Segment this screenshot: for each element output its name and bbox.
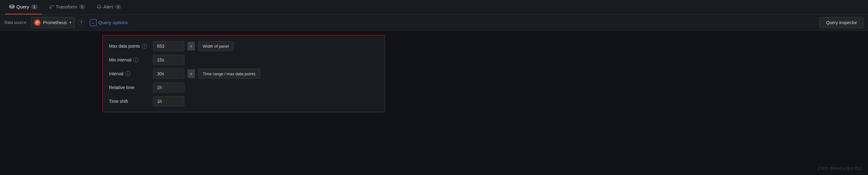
datasource-label: Data source — [4, 20, 26, 25]
tab-alert-label: Alert — [103, 4, 113, 9]
main-content: Max data pointsi653=Width of panelMin in… — [0, 31, 868, 117]
options-row-time-shift: Time shift1h — [109, 95, 378, 108]
field-label-time-shift: Time shift — [109, 99, 153, 104]
query-icon — [9, 4, 14, 9]
datasource-selector[interactable]: P Prometheus ▾ — [31, 17, 74, 28]
query-options-toggle[interactable]: ⌄ Query options — [90, 19, 128, 26]
options-row-relative-time: Relative time1h — [109, 81, 378, 94]
datasource-name: Prometheus — [43, 20, 67, 25]
bell-icon — [97, 4, 101, 9]
datasource-chevron-icon: ▾ — [69, 21, 71, 25]
options-row-interval: Intervali30s=Time range / max data point… — [109, 67, 378, 80]
toggle-chevron-icon: ⌄ — [90, 19, 97, 26]
field-value-relative-time[interactable]: 1h — [153, 82, 184, 93]
tab-query-badge: 1 — [31, 4, 38, 9]
tab-bar: Query 1 Transform 0 Alert 0 — [0, 0, 868, 14]
equals-badge-interval: = — [187, 69, 195, 78]
tab-alert-badge: 0 — [115, 4, 122, 9]
toolbar: Data source P Prometheus ▾ ? ⌄ Query opt… — [0, 14, 868, 31]
tab-query[interactable]: Query 1 — [5, 0, 42, 14]
field-label-min-interval: Min intervali — [109, 58, 153, 62]
tab-transform[interactable]: Transform 0 — [44, 0, 90, 14]
options-row-min-interval: Min intervali15s — [109, 54, 378, 66]
info-icon-max-data-points[interactable]: i — [142, 44, 147, 48]
query-options-label: Query options — [99, 20, 128, 25]
query-inspector-button[interactable]: Query inspector — [819, 17, 864, 28]
watermark: CSDN @lulu的云原生笔记 — [818, 166, 862, 171]
field-value-interval[interactable]: 30s — [153, 69, 184, 79]
tab-transform-label: Transform — [56, 4, 77, 9]
query-options-panel: Max data pointsi653=Width of panelMin in… — [102, 35, 385, 112]
calc-label-interval: Time range / max data points — [198, 69, 260, 79]
tab-transform-badge: 0 — [79, 4, 85, 9]
field-value-time-shift[interactable]: 1h — [153, 96, 184, 106]
field-label-interval: Intervali — [109, 71, 153, 76]
info-icon-interval[interactable]: i — [125, 71, 130, 76]
field-label-max-data-points: Max data pointsi — [109, 44, 153, 48]
equals-badge-max-data-points: = — [187, 42, 195, 50]
prometheus-icon: P — [34, 20, 40, 26]
tab-alert[interactable]: Alert 0 — [92, 0, 126, 14]
help-icon[interactable]: ? — [78, 19, 85, 26]
svg-point-0 — [10, 5, 14, 6]
field-value-min-interval[interactable]: 15s — [153, 55, 184, 65]
field-value-max-data-points[interactable]: 653 — [153, 41, 184, 51]
calc-label-max-data-points: Width of panel — [198, 41, 234, 51]
field-label-relative-time: Relative time — [109, 85, 153, 90]
info-icon-min-interval[interactable]: i — [133, 58, 138, 62]
options-row-max-data-points: Max data pointsi653=Width of panel — [109, 40, 378, 53]
tab-query-label: Query — [16, 4, 29, 9]
transform-icon — [49, 4, 54, 9]
